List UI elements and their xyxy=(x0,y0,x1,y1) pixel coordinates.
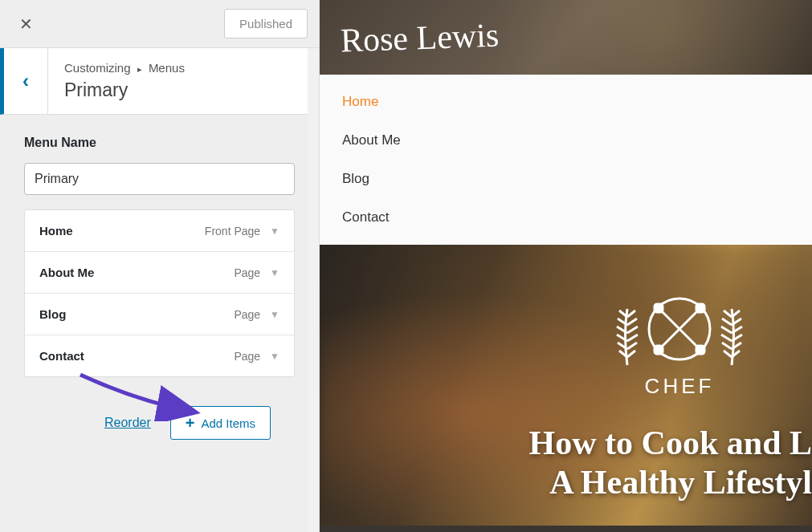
menu-item[interactable]: About Me Page ▼ xyxy=(25,252,294,294)
chevron-down-icon: ▼ xyxy=(270,309,280,320)
svg-rect-4 xyxy=(696,304,704,312)
hero-title-line2: A Healthy Lifestyl xyxy=(529,463,812,502)
chevron-down-icon: ▼ xyxy=(270,225,280,237)
menu-item-label: Contact xyxy=(39,349,234,363)
hero-title-line1: How to Cook and L xyxy=(529,424,812,462)
breadcrumb-text: Customizing ▸ Menus Primary xyxy=(48,48,319,114)
plus-icon: + xyxy=(186,415,195,431)
customizer-panel: ✕ Published ‹ Customizing ▸ Menus Primar… xyxy=(0,0,320,532)
chef-badge-icon: CHEF xyxy=(595,261,764,429)
chevron-down-icon: ▼ xyxy=(270,267,280,278)
menu-item-label: Home xyxy=(39,224,205,238)
menu-item[interactable]: Contact Page ▼ xyxy=(25,335,294,376)
chevron-down-icon: ▼ xyxy=(270,351,280,362)
preview-pane: Rose Lewis Home About Me Blog Contact xyxy=(320,0,812,532)
panel-header: ✕ Published xyxy=(0,0,319,48)
breadcrumb: ‹ Customizing ▸ Menus Primary xyxy=(0,48,319,115)
nav-item-contact[interactable]: Contact xyxy=(320,198,812,237)
site-header: Rose Lewis xyxy=(320,0,812,75)
back-button[interactable]: ‹ xyxy=(4,48,48,114)
menu-item[interactable]: Home Front Page ▼ xyxy=(25,210,294,252)
svg-text:CHEF: CHEF xyxy=(645,374,715,398)
site-title: Rose Lewis xyxy=(340,15,500,59)
svg-rect-5 xyxy=(655,346,663,354)
menu-item[interactable]: Blog Page ▼ xyxy=(25,294,294,335)
reorder-link[interactable]: Reorder xyxy=(104,416,151,430)
breadcrumb-current: Menus xyxy=(149,61,185,75)
menu-name-label: Menu Name xyxy=(24,136,295,150)
add-items-button[interactable]: + Add Items xyxy=(170,406,271,440)
chevron-left-icon: ‹ xyxy=(22,70,29,92)
hero-text: How to Cook and L A Healthy Lifestyl xyxy=(529,424,812,502)
bottom-actions: Reorder + Add Items xyxy=(24,377,295,440)
nav-item-home[interactable]: Home xyxy=(320,83,812,121)
menu-item-label: About Me xyxy=(39,266,234,279)
menu-items-list: Home Front Page ▼ About Me Page ▼ Blog P… xyxy=(24,209,295,377)
menu-item-label: Blog xyxy=(39,307,234,321)
menu-item-type: Page xyxy=(234,350,260,363)
svg-rect-6 xyxy=(696,346,704,354)
menu-item-type: Page xyxy=(234,266,260,279)
nav-item-blog[interactable]: Blog xyxy=(320,160,812,198)
svg-rect-3 xyxy=(655,304,663,312)
close-icon[interactable]: ✕ xyxy=(11,10,41,39)
publish-button[interactable]: Published xyxy=(224,9,308,39)
breadcrumb-separator-icon: ▸ xyxy=(137,64,142,74)
breadcrumb-prefix: Customizing xyxy=(64,61,131,75)
sidebar-scrollbar[interactable] xyxy=(308,48,319,532)
menu-item-type: Front Page xyxy=(205,225,260,238)
site-nav: Home About Me Blog Contact xyxy=(320,75,812,245)
nav-item-about[interactable]: About Me xyxy=(320,121,812,160)
page-title: Primary xyxy=(64,79,303,101)
menu-name-input[interactable] xyxy=(24,163,295,195)
panel-content: Menu Name Home Front Page ▼ About Me Pag… xyxy=(0,115,319,461)
menu-item-type: Page xyxy=(234,308,260,321)
add-items-label: Add Items xyxy=(201,416,255,430)
hero-section: CHEF How to Cook and L A Healthy Lifesty… xyxy=(320,245,812,526)
